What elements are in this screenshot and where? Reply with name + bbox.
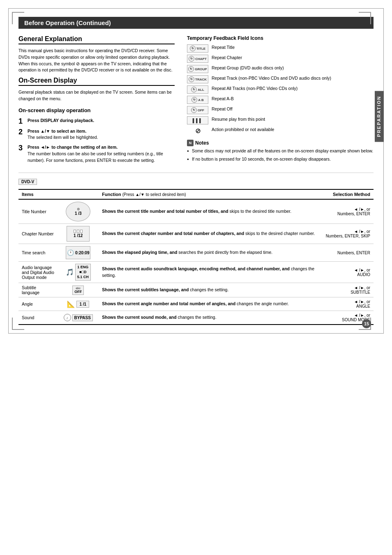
icon-audio-language: 🎵 1 ENG■□D5.1 CH bbox=[58, 262, 99, 283]
feedback-text-title: Repeat Title bbox=[212, 44, 235, 51]
general-explanation-paragraph: This manual gives basic instructions for… bbox=[18, 48, 175, 74]
sel-subtitle-language: ◄ /►, orSUBTITLE bbox=[323, 283, 374, 297]
notes-title: N Notes bbox=[187, 140, 374, 146]
func-audio-language: Shows the current audio soundtrack langu… bbox=[99, 262, 322, 283]
table-row: Time search 🕐 0:20:09 Shows the elapsed … bbox=[18, 244, 374, 262]
off-icon: ↻OFF bbox=[187, 106, 208, 114]
on-screen-display-paragraph: General playback status can be displayed… bbox=[18, 89, 175, 102]
feedback-text-all: Repeat All Tracks (non-PBC Video CDs onl… bbox=[212, 85, 297, 92]
step-3-number: 3 bbox=[18, 144, 25, 152]
item-sound: Sound bbox=[18, 311, 58, 325]
func-title-number: Shows the current title number and total… bbox=[99, 199, 322, 224]
notes-icon: N bbox=[187, 140, 194, 146]
all-icon: ↻ALL bbox=[187, 85, 208, 94]
step-1-content: Press DISPLAY during playback. bbox=[28, 117, 94, 124]
note-item-1: Some discs may not provide all of the fe… bbox=[187, 148, 374, 154]
icon-angle: 📐 1 /1 bbox=[58, 297, 99, 311]
item-title-number: Title Number bbox=[18, 199, 58, 224]
feedback-text-prohibit: Action prohibited or not available bbox=[212, 127, 274, 133]
step-3-bold: Press ◄/► to change the setting of an it… bbox=[28, 145, 118, 150]
page-header: Before Operation (Continued) bbox=[18, 17, 374, 29]
step-1-bold: Press DISPLAY during playback. bbox=[28, 118, 94, 123]
ab-icon: ↻A B bbox=[187, 96, 208, 104]
step-1-number: 1 bbox=[18, 117, 25, 125]
col-icon bbox=[58, 189, 99, 199]
item-subtitle-language: Subtitle language bbox=[18, 283, 58, 297]
step-1: 1 Press DISPLAY during playback. bbox=[18, 117, 175, 125]
feedback-row-prohibit: ⊘ Action prohibited or not available bbox=[187, 127, 374, 135]
icon-title-number: ⚙ 1 /3 bbox=[58, 199, 99, 224]
sel-angle: ◄ /►, orANGLE bbox=[323, 297, 374, 311]
item-angle: Angle bbox=[18, 297, 58, 311]
feedback-text-off: Repeat Off bbox=[212, 106, 233, 112]
steps-container: 1 Press DISPLAY during playback. 2 Press… bbox=[18, 117, 175, 164]
step-2-content: Press ▲/▼ to select an item. The selecte… bbox=[28, 128, 98, 141]
feedback-row-all: ↻ALL Repeat All Tracks (non-PBC Video CD… bbox=[187, 85, 374, 94]
feedback-icons-title: Temporary Feedback Field Icons bbox=[187, 35, 374, 41]
notes-list: Some discs may not provide all of the fe… bbox=[187, 148, 374, 163]
prohibit-icon: ⊘ bbox=[187, 127, 208, 135]
step-2: 2 Press ▲/▼ to select an item. The selec… bbox=[18, 128, 175, 141]
note-item-2: If no button is pressed for 10 seconds, … bbox=[187, 156, 374, 163]
table-row: Audio languageand Digital AudioOutput mo… bbox=[18, 262, 374, 283]
icon-sound: ♪ BYPASS bbox=[58, 311, 99, 325]
func-sound: Shows the current sound mode, and change… bbox=[99, 311, 322, 325]
general-explanation-title: General Explanation bbox=[18, 35, 175, 44]
feedback-row-group: ↻GROUP Repeat Group (DVD audio discs onl… bbox=[187, 65, 374, 73]
col-selection: Selection Method bbox=[323, 189, 374, 199]
feedback-text-resume: Resume play from this point bbox=[212, 116, 265, 122]
func-chapter-number: Shows the current chapter number and tot… bbox=[99, 224, 322, 244]
sel-title-number: ◄ /►, orNumbers, ENTER bbox=[323, 199, 374, 224]
func-time-search: Shows the elapsed playing time, and sear… bbox=[99, 244, 322, 262]
table-row: Subtitle language abc OFF Shows the curr… bbox=[18, 283, 374, 297]
feedback-text-track: Repeat Track (non-PBC Video CDs and DVD … bbox=[212, 75, 331, 81]
step-2-bold: Press ▲/▼ to select an item. bbox=[28, 129, 86, 134]
feedback-row-off: ↻OFF Repeat Off bbox=[187, 106, 374, 114]
item-chapter-number: Chapter Number bbox=[18, 224, 58, 244]
feedback-row-ab: ↻A B Repeat A-B bbox=[187, 96, 374, 104]
table-row: Chapter Number 1 /12 Shows the current c… bbox=[18, 224, 374, 244]
feedback-text-group: Repeat Group (DVD audio discs only) bbox=[212, 65, 284, 71]
main-table: Items Function (Press ▲/▼ to select desi… bbox=[18, 189, 374, 325]
step-2-detail: The selected item will be highlighted. bbox=[28, 135, 98, 140]
step-3-detail: The number buttons can be also be used f… bbox=[28, 151, 163, 163]
sel-chapter-number: ◄ /►, orNumbers, ENTER, SKIP bbox=[323, 224, 374, 244]
sel-audio-language: ◄ /►, orAUDIO bbox=[323, 262, 374, 283]
func-angle: Shows the current angle number and total… bbox=[99, 297, 322, 311]
feedback-row-chapter: ↻CHAPT Repeat Chapter bbox=[187, 55, 374, 63]
sel-time-search: Numbers, ENTER bbox=[323, 244, 374, 262]
table-row: Angle 📐 1 /1 Shows the current angle num… bbox=[18, 297, 374, 311]
feedback-row-title: ↻TITLE Repeat Title bbox=[187, 44, 374, 53]
func-subtitle-language: Shows the current subtitles language, an… bbox=[99, 283, 322, 297]
col-function: Function (Press ▲/▼ to select desired it… bbox=[99, 189, 322, 199]
feedback-text-ab: Repeat A-B bbox=[212, 96, 234, 102]
table-row: Title Number ⚙ 1 /3 Shows the current ti… bbox=[18, 199, 374, 224]
on-screen-display-title: On-Screen Display bbox=[18, 77, 175, 86]
table-row: Sound ♪ BYPASS Shows the current sound m… bbox=[18, 311, 374, 325]
col-items: Items bbox=[18, 189, 58, 199]
item-audio-language: Audio languageand Digital AudioOutput mo… bbox=[18, 262, 58, 283]
item-time-search: Time search bbox=[18, 244, 58, 262]
step-2-number: 2 bbox=[18, 128, 25, 136]
step-3: 3 Press ◄/► to change the setting of an … bbox=[18, 144, 175, 164]
dvd-label-container: DVD-V bbox=[18, 179, 374, 187]
dvd-label: DVD-V bbox=[18, 179, 37, 185]
feedback-text-chapter: Repeat Chapter bbox=[212, 55, 242, 61]
icon-time-search: 🕐 0:20:09 bbox=[58, 244, 99, 262]
chapt-icon: ↻CHAPT bbox=[187, 55, 208, 63]
title-icon: ↻TITLE bbox=[187, 44, 208, 53]
icon-subtitle-language: abc OFF bbox=[58, 283, 99, 297]
track-icon: ↻TRACK bbox=[187, 75, 208, 83]
feedback-row-resume: ▌▌▌ Resume play from this point bbox=[187, 116, 374, 124]
group-icon: ↻GROUP bbox=[187, 65, 208, 73]
on-screen-display-subsection: On-screen display operation bbox=[18, 107, 175, 113]
step-3-content: Press ◄/► to change the setting of an it… bbox=[28, 144, 175, 164]
feedback-row-track: ↻TRACK Repeat Track (non-PBC Video CDs a… bbox=[187, 75, 374, 83]
icon-chapter-number: 1 /12 bbox=[58, 224, 99, 244]
preparation-tab: PREPARATION bbox=[375, 91, 384, 142]
notes-section: N Notes Some discs may not provide all o… bbox=[187, 140, 374, 163]
resume-icon: ▌▌▌ bbox=[187, 116, 208, 124]
